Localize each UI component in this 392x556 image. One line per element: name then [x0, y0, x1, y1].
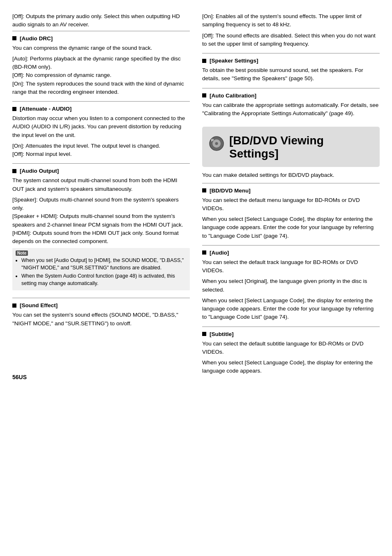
section-attenuate-title: [Attenuate - AUDIO] [12, 106, 190, 112]
right-column: [On]: Enables all of the system's sound … [202, 12, 380, 380]
left-intro-text: [Off]: Outputs the primary audio only. S… [12, 12, 190, 29]
section-audio-drc: [Audio DRC] You can compress the dynamic… [12, 31, 190, 101]
attenuate-p1: Distortion may occur when you listen to … [12, 114, 190, 139]
subtitle-p1: You can select the default subtitle lang… [202, 340, 380, 357]
bd-dvd-title-text: [BD/DVD Viewing Settings] [229, 134, 373, 160]
bd-dvd-icon: P [209, 136, 224, 153]
section-speaker-settings-title: [Speaker Settings] [202, 58, 380, 64]
note-list: When you set [Audio Output] to [HDMI], t… [16, 257, 187, 287]
speaker-settings-p1: To obtain the best possible surround sou… [202, 66, 380, 83]
audio-output-p2: [Speaker]: Outputs multi-channel sound f… [12, 196, 190, 246]
section-audio-title: [Audio] [202, 250, 380, 256]
section-subtitle-title: [Subtitle] [202, 331, 380, 337]
square-icon [202, 93, 206, 97]
svg-point-2 [215, 142, 218, 145]
square-icon [12, 169, 16, 173]
note-item-1: When you set [Audio Output] to [HDMI], t… [21, 257, 187, 271]
on-effect-p: [On]: Enables all of the system's sound … [202, 12, 380, 29]
square-icon [202, 188, 206, 192]
section-sound-effect: [Sound Effect] You can set the system's … [12, 298, 190, 332]
page-number: 56US [12, 366, 190, 380]
attenuate-p2: [On]: Attenuates the input level. The ou… [12, 142, 190, 159]
bd-dvd-menu-p2: When you select [Select Language Code], … [202, 215, 380, 240]
square-icon [12, 107, 16, 111]
note-label: Note [16, 250, 28, 256]
audio-p2: When you select [Original], the language… [202, 277, 380, 294]
section-audio-output-title: [Audio Output] [12, 168, 190, 174]
square-icon [202, 59, 206, 63]
subtitle-p2: When you select [Select Language Code], … [202, 359, 380, 375]
square-icon [202, 332, 206, 336]
audio-drc-p1: You can compress the dynamic range of th… [12, 44, 190, 52]
section-speaker-settings: [Speaker Settings] To obtain the best po… [202, 53, 380, 87]
audio-p1: You can select the default track languag… [202, 258, 380, 275]
section-subtitle: [Subtitle] You can select the default su… [202, 327, 380, 380]
audio-output-p1: The system cannot output multi-channel s… [12, 176, 190, 193]
section-bd-dvd-menu-title: [BD/DVD Menu] [202, 188, 380, 194]
square-icon [12, 303, 16, 308]
audio-drc-p2: [Auto]: Performs playback at the dynamic… [12, 55, 190, 96]
square-icon [12, 36, 16, 40]
section-auto-calibration-title: [Auto Calibration] [202, 93, 380, 99]
disc-icon: P [209, 136, 224, 151]
section-audio: [Audio] You can select the default track… [202, 245, 380, 326]
page: [Off]: Outputs the primary audio only. S… [0, 0, 392, 393]
svg-text:P: P [211, 138, 214, 142]
section-sound-effect-title: [Sound Effect] [12, 302, 190, 308]
off-effect-p: [Off]: The sound effects are disabled. S… [202, 32, 380, 49]
section-audio-drc-title: [Audio DRC] [12, 35, 190, 42]
right-intro: [On]: Enables all of the system's sound … [202, 12, 380, 52]
note-box: Note When you set [Audio Output] to [HDM… [12, 248, 190, 290]
bd-dvd-header-box: P [BD/DVD Viewing Settings] [202, 127, 380, 167]
section-bd-dvd-menu: [BD/DVD Menu] You can select the default… [202, 183, 380, 244]
audio-p3: When you select [Select Language Code], … [202, 297, 380, 322]
note-item-2: When the System Audio Control function (… [21, 273, 187, 287]
square-icon [202, 250, 206, 255]
auto-calibration-p1: You can calibrate the appropriate settin… [202, 101, 380, 118]
section-attenuate-audio: [Attenuate - AUDIO] Distortion may occur… [12, 101, 190, 162]
sound-effect-p1: You can set the system's sound effects (… [12, 311, 190, 328]
section-auto-calibration: [Auto Calibration] You can calibrate the… [202, 88, 380, 122]
bd-dvd-menu-p1: You can select the default menu language… [202, 196, 380, 213]
section-audio-output: [Audio Output] The system cannot output … [12, 163, 190, 297]
bd-dvd-intro: You can make detailed settings for BD/DV… [202, 171, 380, 179]
left-column: [Off]: Outputs the primary audio only. S… [12, 12, 190, 380]
